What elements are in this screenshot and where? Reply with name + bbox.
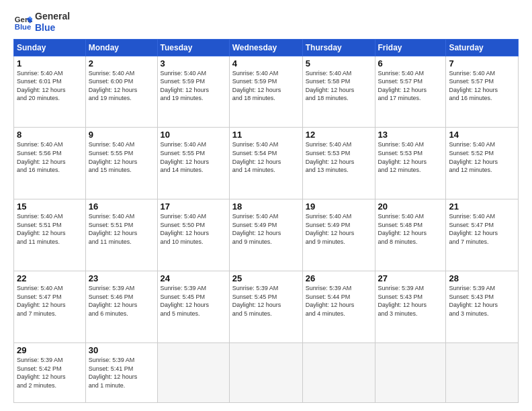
day-cell: 23Sunrise: 5:39 AM Sunset: 5:46 PM Dayli… (85, 271, 157, 343)
day-info: Sunrise: 5:40 AM Sunset: 5:51 PM Dayligh… (89, 212, 154, 246)
day-number: 9 (89, 130, 154, 140)
weekday-header-sunday: Sunday (14, 39, 86, 56)
weekday-header-friday: Friday (375, 39, 446, 56)
day-info: Sunrise: 5:40 AM Sunset: 5:54 PM Dayligh… (232, 140, 300, 174)
week-row-5: 29Sunrise: 5:39 AM Sunset: 5:42 PM Dayli… (14, 342, 519, 402)
calendar-page: General Blue General Blue SundayMondayTu… (0, 0, 532, 411)
day-info: Sunrise: 5:40 AM Sunset: 5:48 PM Dayligh… (378, 212, 443, 246)
day-info: Sunrise: 5:40 AM Sunset: 6:00 PM Dayligh… (89, 69, 154, 103)
day-cell: 13Sunrise: 5:40 AM Sunset: 5:53 PM Dayli… (375, 128, 446, 199)
day-cell: 6Sunrise: 5:40 AM Sunset: 5:57 PM Daylig… (375, 56, 446, 128)
logo-blue: Blue (35, 22, 70, 34)
day-number: 27 (378, 273, 443, 283)
day-info: Sunrise: 5:40 AM Sunset: 5:52 PM Dayligh… (449, 140, 515, 174)
weekday-header-wednesday: Wednesday (229, 39, 302, 56)
day-cell: 10Sunrise: 5:40 AM Sunset: 5:55 PM Dayli… (157, 128, 229, 199)
day-cell: 9Sunrise: 5:40 AM Sunset: 5:55 PM Daylig… (85, 128, 157, 199)
day-cell: 5Sunrise: 5:40 AM Sunset: 5:58 PM Daylig… (302, 56, 375, 128)
day-info: Sunrise: 5:40 AM Sunset: 5:55 PM Dayligh… (161, 140, 226, 174)
day-cell: 16Sunrise: 5:40 AM Sunset: 5:51 PM Dayli… (85, 199, 157, 271)
day-number: 19 (306, 201, 372, 212)
day-cell: 2Sunrise: 5:40 AM Sunset: 6:00 PM Daylig… (85, 56, 157, 128)
day-number: 23 (89, 273, 154, 283)
logo-icon: General Blue (13, 13, 32, 32)
day-cell: 22Sunrise: 5:40 AM Sunset: 5:47 PM Dayli… (14, 271, 86, 343)
day-info: Sunrise: 5:40 AM Sunset: 5:57 PM Dayligh… (378, 69, 443, 103)
day-info: Sunrise: 5:40 AM Sunset: 5:56 PM Dayligh… (17, 140, 83, 174)
day-cell: 21Sunrise: 5:40 AM Sunset: 5:47 PM Dayli… (446, 199, 519, 271)
day-number: 17 (161, 201, 226, 212)
day-number: 6 (378, 58, 443, 68)
day-number: 16 (89, 201, 154, 212)
day-cell: 27Sunrise: 5:39 AM Sunset: 5:43 PM Dayli… (375, 271, 446, 343)
weekday-header-monday: Monday (85, 39, 157, 56)
day-cell: 15Sunrise: 5:40 AM Sunset: 5:51 PM Dayli… (14, 199, 86, 271)
day-cell (157, 342, 229, 402)
day-info: Sunrise: 5:40 AM Sunset: 5:49 PM Dayligh… (232, 212, 300, 246)
svg-text:Blue: Blue (15, 22, 32, 30)
day-number: 26 (306, 273, 372, 283)
day-info: Sunrise: 5:39 AM Sunset: 5:43 PM Dayligh… (449, 284, 515, 318)
week-row-4: 22Sunrise: 5:40 AM Sunset: 5:47 PM Dayli… (14, 271, 519, 343)
day-info: Sunrise: 5:40 AM Sunset: 5:49 PM Dayligh… (306, 212, 372, 246)
day-number: 25 (232, 273, 300, 283)
day-info: Sunrise: 5:40 AM Sunset: 5:50 PM Dayligh… (161, 212, 226, 246)
day-cell: 20Sunrise: 5:40 AM Sunset: 5:48 PM Dayli… (375, 199, 446, 271)
day-info: Sunrise: 5:40 AM Sunset: 6:01 PM Dayligh… (17, 69, 83, 103)
day-number: 15 (17, 201, 83, 212)
day-info: Sunrise: 5:40 AM Sunset: 5:59 PM Dayligh… (232, 69, 300, 103)
weekday-header-row: SundayMondayTuesdayWednesdayThursdayFrid… (14, 39, 519, 56)
day-cell: 24Sunrise: 5:39 AM Sunset: 5:45 PM Dayli… (157, 271, 229, 343)
calendar-table: SundayMondayTuesdayWednesdayThursdayFrid… (13, 39, 519, 403)
day-info: Sunrise: 5:39 AM Sunset: 5:45 PM Dayligh… (232, 284, 300, 318)
day-info: Sunrise: 5:39 AM Sunset: 5:43 PM Dayligh… (378, 284, 443, 318)
day-info: Sunrise: 5:40 AM Sunset: 5:47 PM Dayligh… (449, 212, 515, 246)
day-number: 13 (378, 130, 443, 140)
day-cell: 28Sunrise: 5:39 AM Sunset: 5:43 PM Dayli… (446, 271, 519, 343)
logo: General Blue General Blue (13, 11, 70, 34)
day-cell: 18Sunrise: 5:40 AM Sunset: 5:49 PM Dayli… (229, 199, 302, 271)
day-cell (229, 342, 302, 402)
day-number: 14 (449, 130, 515, 140)
day-cell: 29Sunrise: 5:39 AM Sunset: 5:42 PM Dayli… (14, 342, 86, 402)
day-info: Sunrise: 5:39 AM Sunset: 5:44 PM Dayligh… (306, 284, 372, 318)
day-cell: 7Sunrise: 5:40 AM Sunset: 5:57 PM Daylig… (446, 56, 519, 128)
day-number: 10 (161, 130, 226, 140)
day-number: 18 (232, 201, 300, 212)
day-cell: 1Sunrise: 5:40 AM Sunset: 6:01 PM Daylig… (14, 56, 86, 128)
day-info: Sunrise: 5:40 AM Sunset: 5:55 PM Dayligh… (89, 140, 154, 174)
day-number: 2 (89, 58, 154, 68)
day-info: Sunrise: 5:40 AM Sunset: 5:47 PM Dayligh… (17, 284, 83, 318)
day-number: 8 (17, 130, 83, 140)
day-cell (302, 342, 375, 402)
day-number: 11 (232, 130, 300, 140)
day-info: Sunrise: 5:39 AM Sunset: 5:45 PM Dayligh… (161, 284, 226, 318)
day-cell (375, 342, 446, 402)
day-cell: 25Sunrise: 5:39 AM Sunset: 5:45 PM Dayli… (229, 271, 302, 343)
day-cell: 14Sunrise: 5:40 AM Sunset: 5:52 PM Dayli… (446, 128, 519, 199)
day-number: 29 (17, 345, 83, 355)
day-info: Sunrise: 5:40 AM Sunset: 5:59 PM Dayligh… (161, 69, 226, 103)
day-number: 1 (17, 58, 83, 68)
day-cell: 17Sunrise: 5:40 AM Sunset: 5:50 PM Dayli… (157, 199, 229, 271)
day-cell: 8Sunrise: 5:40 AM Sunset: 5:56 PM Daylig… (14, 128, 86, 199)
day-info: Sunrise: 5:39 AM Sunset: 5:42 PM Dayligh… (17, 356, 83, 390)
week-row-1: 1Sunrise: 5:40 AM Sunset: 6:01 PM Daylig… (14, 56, 519, 128)
day-cell: 3Sunrise: 5:40 AM Sunset: 5:59 PM Daylig… (157, 56, 229, 128)
day-number: 24 (161, 273, 226, 283)
day-cell: 19Sunrise: 5:40 AM Sunset: 5:49 PM Dayli… (302, 199, 375, 271)
logo-general: General (35, 11, 70, 22)
day-number: 21 (449, 201, 515, 212)
day-info: Sunrise: 5:39 AM Sunset: 5:46 PM Dayligh… (89, 284, 154, 318)
day-cell: 12Sunrise: 5:40 AM Sunset: 5:53 PM Dayli… (302, 128, 375, 199)
day-cell: 30Sunrise: 5:39 AM Sunset: 5:41 PM Dayli… (85, 342, 157, 402)
day-cell: 26Sunrise: 5:39 AM Sunset: 5:44 PM Dayli… (302, 271, 375, 343)
day-info: Sunrise: 5:40 AM Sunset: 5:51 PM Dayligh… (17, 212, 83, 246)
day-info: Sunrise: 5:40 AM Sunset: 5:57 PM Dayligh… (449, 69, 515, 103)
day-number: 4 (232, 58, 300, 68)
day-number: 22 (17, 273, 83, 283)
day-cell: 11Sunrise: 5:40 AM Sunset: 5:54 PM Dayli… (229, 128, 302, 199)
week-row-2: 8Sunrise: 5:40 AM Sunset: 5:56 PM Daylig… (14, 128, 519, 199)
weekday-header-saturday: Saturday (446, 39, 519, 56)
day-number: 12 (306, 130, 372, 140)
